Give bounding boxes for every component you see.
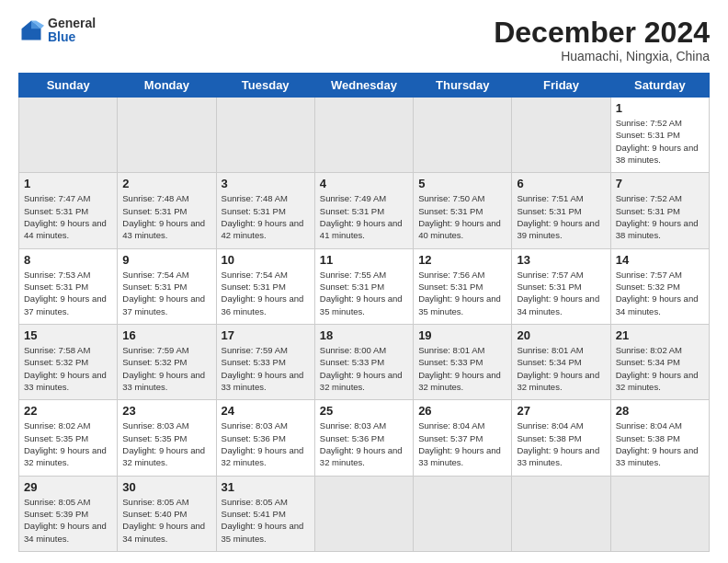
day-number: 13: [517, 253, 605, 267]
day-header-thursday: Thursday: [414, 74, 512, 98]
day-info: Sunrise: 8:02 AMSunset: 5:34 PMDaylight:…: [616, 344, 704, 393]
calendar-cell: [216, 98, 314, 173]
day-info: Sunrise: 7:52 AMSunset: 5:31 PMDaylight:…: [616, 192, 704, 241]
calendar-cell: 24Sunrise: 8:03 AMSunset: 5:36 PMDayligh…: [216, 400, 314, 476]
day-number: 2: [122, 177, 210, 190]
day-info: Sunrise: 7:48 AMSunset: 5:31 PMDaylight:…: [122, 192, 210, 241]
day-header-monday: Monday: [118, 74, 216, 98]
logo-icon: [18, 17, 44, 43]
month-title: December 2024: [494, 17, 710, 49]
day-number: 31: [222, 480, 310, 494]
calendar-cell: [414, 98, 512, 173]
day-header-wednesday: Wednesday: [314, 74, 413, 98]
day-info: Sunrise: 7:59 AMSunset: 5:32 PMDaylight:…: [122, 344, 210, 393]
calendar-table: SundayMondayTuesdayWednesdayThursdayFrid…: [18, 73, 710, 552]
day-info: Sunrise: 8:03 AMSunset: 5:35 PMDaylight:…: [122, 419, 210, 468]
day-info: Sunrise: 8:04 AMSunset: 5:38 PMDaylight:…: [517, 419, 605, 468]
day-info: Sunrise: 7:53 AMSunset: 5:31 PMDaylight:…: [24, 269, 112, 317]
calendar-page: General Blue December 2024 Huamachi, Nin…: [0, 0, 728, 563]
calendar-cell: 22Sunrise: 8:02 AMSunset: 5:35 PMDayligh…: [19, 400, 118, 476]
day-info: Sunrise: 8:03 AMSunset: 5:36 PMDaylight:…: [320, 419, 408, 468]
day-number: 18: [320, 328, 408, 342]
day-info: Sunrise: 7:54 AMSunset: 5:31 PMDaylight:…: [222, 269, 310, 317]
calendar-cell: 26Sunrise: 8:04 AMSunset: 5:37 PMDayligh…: [414, 400, 512, 476]
calendar-header-row: SundayMondayTuesdayWednesdayThursdayFrid…: [19, 74, 710, 98]
calendar-row: 15Sunrise: 7:58 AMSunset: 5:32 PMDayligh…: [19, 325, 710, 400]
day-number: 1: [616, 101, 704, 115]
calendar-row: 1Sunrise: 7:52 AMSunset: 5:31 PMDaylight…: [19, 98, 710, 173]
calendar-cell: 5Sunrise: 7:50 AMSunset: 5:31 PMDaylight…: [414, 173, 512, 248]
day-info: Sunrise: 8:04 AMSunset: 5:38 PMDaylight:…: [616, 419, 704, 468]
calendar-row: 22Sunrise: 8:02 AMSunset: 5:35 PMDayligh…: [19, 400, 710, 476]
location: Huamachi, Ningxia, China: [494, 49, 710, 63]
day-number: 1: [24, 177, 112, 190]
calendar-cell: 12Sunrise: 7:56 AMSunset: 5:31 PMDayligh…: [414, 248, 512, 324]
day-info: Sunrise: 7:54 AMSunset: 5:31 PMDaylight:…: [122, 269, 210, 317]
calendar-cell: 20Sunrise: 8:01 AMSunset: 5:34 PMDayligh…: [512, 325, 610, 400]
day-info: Sunrise: 8:05 AMSunset: 5:41 PMDaylight:…: [222, 496, 310, 545]
day-number: 20: [517, 328, 605, 342]
day-info: Sunrise: 8:02 AMSunset: 5:35 PMDaylight:…: [24, 419, 112, 468]
logo: General Blue: [18, 17, 96, 45]
calendar-cell: 14Sunrise: 7:57 AMSunset: 5:32 PMDayligh…: [610, 248, 709, 324]
day-info: Sunrise: 7:48 AMSunset: 5:31 PMDaylight:…: [222, 192, 310, 241]
calendar-cell: [314, 476, 413, 551]
day-number: 7: [616, 177, 704, 190]
day-header-saturday: Saturday: [610, 74, 709, 98]
day-number: 5: [418, 177, 506, 190]
day-number: 12: [418, 253, 506, 267]
calendar-cell: 27Sunrise: 8:04 AMSunset: 5:38 PMDayligh…: [512, 400, 610, 476]
day-info: Sunrise: 8:00 AMSunset: 5:33 PMDaylight:…: [320, 344, 408, 393]
day-number: 3: [222, 177, 310, 190]
day-number: 8: [24, 253, 112, 267]
day-header-tuesday: Tuesday: [216, 74, 314, 98]
calendar-cell: [512, 98, 610, 173]
day-info: Sunrise: 8:04 AMSunset: 5:37 PMDaylight:…: [418, 419, 506, 468]
day-number: 21: [616, 328, 704, 342]
calendar-cell: [118, 98, 216, 173]
calendar-cell: 8Sunrise: 7:53 AMSunset: 5:31 PMDaylight…: [19, 248, 118, 324]
day-info: Sunrise: 8:01 AMSunset: 5:33 PMDaylight:…: [418, 344, 506, 393]
calendar-row: 29Sunrise: 8:05 AMSunset: 5:39 PMDayligh…: [19, 476, 710, 551]
calendar-row: 8Sunrise: 7:53 AMSunset: 5:31 PMDaylight…: [19, 248, 710, 324]
calendar-cell: 1Sunrise: 7:52 AMSunset: 5:31 PMDaylight…: [610, 98, 709, 173]
day-number: 9: [122, 253, 210, 267]
day-info: Sunrise: 7:58 AMSunset: 5:32 PMDaylight:…: [24, 344, 112, 393]
day-number: 14: [616, 253, 704, 267]
day-info: Sunrise: 7:52 AMSunset: 5:31 PMDaylight:…: [616, 117, 704, 166]
day-number: 27: [517, 404, 605, 418]
header: General Blue December 2024 Huamachi, Nin…: [18, 17, 710, 63]
calendar-cell: [19, 98, 118, 173]
calendar-cell: 15Sunrise: 7:58 AMSunset: 5:32 PMDayligh…: [19, 325, 118, 400]
day-number: 26: [418, 404, 506, 418]
day-info: Sunrise: 7:50 AMSunset: 5:31 PMDaylight:…: [418, 192, 506, 241]
calendar-cell: 4Sunrise: 7:49 AMSunset: 5:31 PMDaylight…: [314, 173, 413, 248]
calendar-cell: 18Sunrise: 8:00 AMSunset: 5:33 PMDayligh…: [314, 325, 413, 400]
calendar-cell: 21Sunrise: 8:02 AMSunset: 5:34 PMDayligh…: [610, 325, 709, 400]
day-info: Sunrise: 7:49 AMSunset: 5:31 PMDaylight:…: [320, 192, 408, 241]
day-number: 6: [517, 177, 605, 190]
calendar-cell: 25Sunrise: 8:03 AMSunset: 5:36 PMDayligh…: [314, 400, 413, 476]
calendar-cell: 28Sunrise: 8:04 AMSunset: 5:38 PMDayligh…: [610, 400, 709, 476]
day-info: Sunrise: 8:05 AMSunset: 5:39 PMDaylight:…: [24, 496, 112, 545]
day-info: Sunrise: 8:03 AMSunset: 5:36 PMDaylight:…: [222, 419, 310, 468]
title-block: December 2024 Huamachi, Ningxia, China: [494, 17, 710, 63]
day-info: Sunrise: 7:51 AMSunset: 5:31 PMDaylight:…: [517, 192, 605, 241]
calendar-cell: 6Sunrise: 7:51 AMSunset: 5:31 PMDaylight…: [512, 173, 610, 248]
day-number: 30: [122, 480, 210, 494]
day-number: 19: [418, 328, 506, 342]
calendar-row: 1Sunrise: 7:47 AMSunset: 5:31 PMDaylight…: [19, 173, 710, 248]
calendar-cell: 10Sunrise: 7:54 AMSunset: 5:31 PMDayligh…: [216, 248, 314, 324]
calendar-cell: 23Sunrise: 8:03 AMSunset: 5:35 PMDayligh…: [118, 400, 216, 476]
logo-text: General Blue: [48, 17, 96, 45]
logo-general: General: [48, 17, 96, 30]
calendar-cell: 29Sunrise: 8:05 AMSunset: 5:39 PMDayligh…: [19, 476, 118, 551]
calendar-cell: 17Sunrise: 7:59 AMSunset: 5:33 PMDayligh…: [216, 325, 314, 400]
calendar-cell: 11Sunrise: 7:55 AMSunset: 5:31 PMDayligh…: [314, 248, 413, 324]
day-number: 29: [24, 480, 112, 494]
calendar-cell: 7Sunrise: 7:52 AMSunset: 5:31 PMDaylight…: [610, 173, 709, 248]
day-number: 28: [616, 404, 704, 418]
day-info: Sunrise: 7:57 AMSunset: 5:31 PMDaylight:…: [517, 269, 605, 317]
calendar-cell: 16Sunrise: 7:59 AMSunset: 5:32 PMDayligh…: [118, 325, 216, 400]
day-number: 22: [24, 404, 112, 418]
